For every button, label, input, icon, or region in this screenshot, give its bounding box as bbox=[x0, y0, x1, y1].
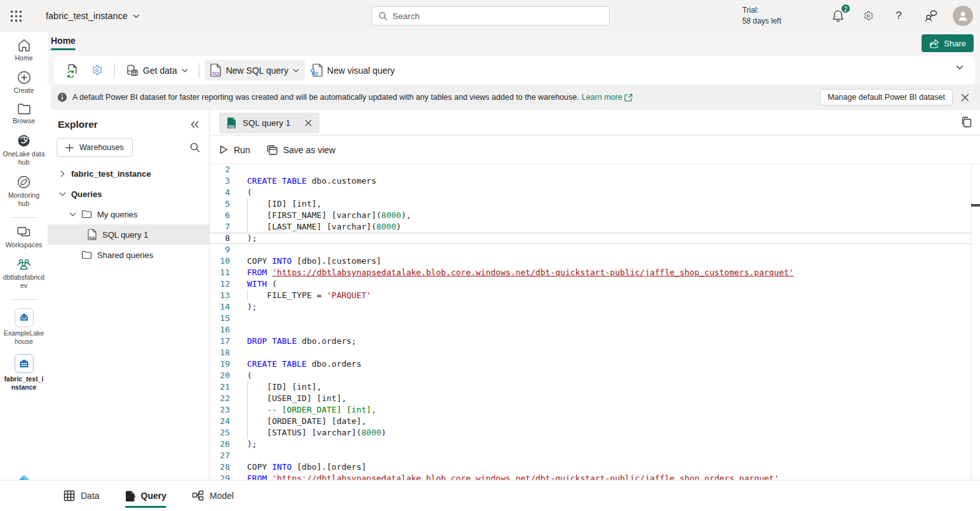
explorer-panel: Explorer Warehouses fabric_test_instance… bbox=[48, 110, 210, 480]
tree-item-my-queries[interactable]: My queries bbox=[48, 204, 209, 224]
share-button[interactable]: Share bbox=[922, 34, 974, 52]
nav-browse[interactable]: Browse bbox=[1, 103, 47, 125]
copy-icon[interactable] bbox=[961, 116, 972, 128]
tab-query[interactable]: Query bbox=[125, 480, 166, 511]
get-data-button[interactable]: Get data bbox=[120, 60, 194, 81]
tab-sql-query-1[interactable]: SQL SQL query 1 bbox=[219, 112, 319, 133]
workspaces-icon bbox=[17, 226, 31, 239]
sql-file-icon: SQL bbox=[88, 229, 97, 240]
notification-count-badge: 2 bbox=[840, 3, 851, 14]
table-grid-icon bbox=[64, 490, 75, 501]
folder-icon bbox=[81, 210, 92, 219]
nav-home[interactable]: Home bbox=[1, 38, 47, 62]
banner-close-icon[interactable] bbox=[956, 88, 974, 106]
tab-home[interactable]: Home bbox=[51, 36, 76, 50]
code-line: 28COPY INTO [dbo].[orders] bbox=[210, 461, 971, 473]
gear-icon bbox=[863, 10, 875, 22]
settings-button[interactable] bbox=[859, 7, 877, 25]
monitoring-icon bbox=[17, 175, 31, 189]
manage-default-dataset-button[interactable]: Manage default Power BI dataset bbox=[820, 89, 953, 106]
nav-monitoring-hub[interactable]: Monitoring hub bbox=[1, 175, 47, 208]
sql-file-icon: SQL bbox=[210, 64, 222, 77]
editor-overview-ruler[interactable] bbox=[971, 164, 980, 480]
visual-query-file-icon bbox=[311, 64, 323, 77]
code-line: 6 [FIRST_NAME] [varchar](8000), bbox=[210, 210, 971, 221]
folder-icon bbox=[81, 250, 92, 259]
svg-text:SQL: SQL bbox=[212, 71, 220, 76]
folder-icon bbox=[17, 103, 31, 115]
explorer-title: Explorer bbox=[58, 119, 98, 130]
banner-text: A default Power BI dataset for faster re… bbox=[72, 93, 579, 102]
rail-divider bbox=[11, 217, 37, 218]
new-visual-query-button[interactable]: New visual query bbox=[305, 60, 401, 81]
tree-item-shared-queries[interactable]: Shared queries bbox=[48, 245, 209, 265]
model-icon bbox=[192, 490, 204, 501]
refresh-button[interactable] bbox=[60, 60, 85, 81]
query-doc-icon bbox=[125, 490, 135, 502]
avatar[interactable] bbox=[953, 6, 973, 26]
play-icon bbox=[220, 145, 228, 154]
nav-workspace-dbtlabsfabricdev[interactable]: dbtlabsfabricdev bbox=[1, 257, 47, 290]
bottom-view-switcher: Data Query Model bbox=[0, 480, 980, 511]
collapse-panel-icon[interactable] bbox=[191, 121, 199, 128]
chevron-down-icon bbox=[133, 14, 140, 18]
document-refresh-icon bbox=[66, 64, 79, 78]
add-warehouses-button[interactable]: Warehouses bbox=[57, 138, 133, 157]
app-launcher-waffle-icon[interactable] bbox=[0, 0, 32, 32]
workspace-switcher[interactable]: fabric_test_instance bbox=[46, 11, 140, 21]
code-line: 14); bbox=[210, 301, 971, 313]
nav-workspaces[interactable]: Workspaces bbox=[1, 226, 47, 249]
save-as-view-button[interactable]: Save as view bbox=[267, 145, 335, 155]
close-tab-icon[interactable] bbox=[305, 119, 312, 126]
code-line: 13 FILE_TYPE = 'PARQUET' bbox=[210, 290, 971, 301]
share-icon bbox=[929, 39, 939, 48]
notifications-button[interactable]: 2 bbox=[829, 7, 847, 25]
chevron-down-icon bbox=[69, 212, 76, 217]
database-icon bbox=[126, 64, 138, 77]
trial-status: Trial: 58 days left bbox=[742, 5, 781, 27]
learn-more-link[interactable]: Learn more bbox=[582, 93, 633, 102]
onelake-icon bbox=[17, 133, 31, 148]
person-icon bbox=[957, 10, 969, 22]
plus-icon bbox=[65, 144, 74, 152]
tab-data[interactable]: Data bbox=[64, 480, 100, 511]
code-line: 2 bbox=[210, 164, 971, 175]
toolbar-divider bbox=[114, 63, 115, 78]
svg-text:SQL: SQL bbox=[89, 236, 97, 240]
workspace-name: fabric_test_instance bbox=[46, 11, 128, 21]
chevron-down-icon bbox=[182, 69, 188, 72]
run-button[interactable]: Run bbox=[220, 145, 250, 155]
search-input[interactable] bbox=[393, 11, 603, 21]
code-editor[interactable]: 23CREATE TABLE dbo.customers4(5 [ID] [in… bbox=[210, 164, 980, 480]
tab-model[interactable]: Model bbox=[192, 480, 234, 511]
top-bar: fabric_test_instance Trial: 58 days left… bbox=[0, 0, 980, 32]
code-line: 26); bbox=[210, 439, 971, 450]
chevron-down-icon bbox=[58, 192, 66, 196]
code-line: 27 bbox=[210, 450, 971, 461]
code-line: 18 bbox=[210, 347, 971, 358]
sql-file-green-icon: SQL bbox=[227, 117, 237, 129]
tree-item-warehouse[interactable]: fabric_test_instance bbox=[48, 163, 209, 184]
svg-text:SQL: SQL bbox=[228, 125, 236, 128]
code-line: 17DROP TABLE dbo.orders; bbox=[210, 336, 971, 347]
new-sql-query-button[interactable]: SQL New SQL query bbox=[205, 60, 305, 81]
fabric-app-window: fabric_test_instance Trial: 58 days left… bbox=[0, 0, 980, 511]
rail-divider bbox=[11, 299, 37, 300]
settings-tool-button[interactable] bbox=[85, 60, 109, 81]
nav-item-examplelakehouse[interactable]: ExampleLakehouse bbox=[1, 308, 47, 346]
nav-item-fabric-test-instance[interactable]: fabric_test_instance bbox=[1, 354, 47, 392]
help-button[interactable]: ? bbox=[890, 7, 908, 25]
left-nav-rail: Home Create Browse OneLake data hub Moni… bbox=[0, 32, 48, 511]
global-search[interactable] bbox=[372, 6, 610, 25]
tree-item-sql-query-1[interactable]: SQL SQL query 1 bbox=[48, 224, 209, 245]
feedback-button[interactable] bbox=[922, 7, 939, 25]
overview-ruler-mark bbox=[971, 204, 980, 207]
tree-item-queries[interactable]: Queries bbox=[48, 184, 209, 204]
query-tab-strip: SQL SQL query 1 bbox=[210, 110, 980, 135]
home-icon bbox=[17, 38, 31, 52]
search-icon[interactable] bbox=[190, 142, 200, 153]
collapse-ribbon-chevron-icon[interactable] bbox=[956, 65, 963, 70]
nav-create[interactable]: Create bbox=[1, 71, 47, 95]
nav-onelake-data-hub[interactable]: OneLake data hub bbox=[1, 133, 47, 167]
query-editor-area: SQL SQL query 1 Run Save as view 23CREAT… bbox=[210, 110, 980, 480]
